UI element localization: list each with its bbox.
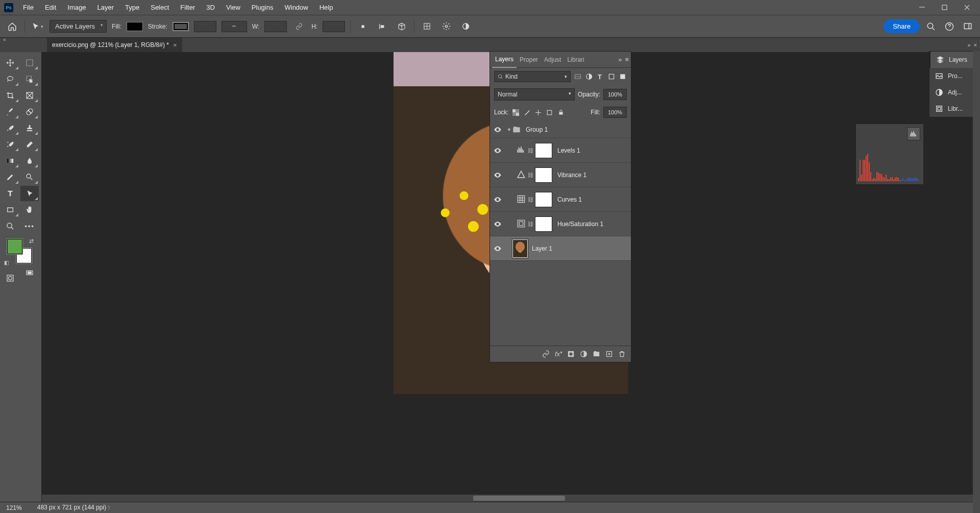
quick-select-tool[interactable]	[20, 71, 39, 87]
mask-mode-icon[interactable]	[458, 19, 473, 34]
blend-mode-dropdown[interactable]: Normal▾	[494, 88, 575, 101]
foreground-color-swatch[interactable]	[7, 239, 22, 254]
layer-row[interactable]: Layer 1	[490, 236, 631, 261]
opacity-input[interactable]: 100%	[603, 89, 627, 100]
layer-fx-icon[interactable]: fx▾	[555, 350, 562, 358]
document-info[interactable]: 483 px x 721 px (144 ppi) 〉	[37, 504, 113, 511]
menu-plugins[interactable]: Plugins	[246, 1, 279, 14]
filter-shape-icon[interactable]	[607, 72, 616, 81]
close-tab-icon[interactable]: ×	[173, 41, 177, 49]
menu-edit[interactable]: Edit	[39, 1, 62, 14]
layer-row[interactable]: ▾Group 1	[490, 121, 631, 138]
lock-artboard-icon[interactable]	[546, 108, 554, 116]
share-button[interactable]: Share	[884, 19, 920, 33]
menu-image[interactable]: Image	[62, 1, 91, 14]
chevron-down-icon[interactable]: ▾	[505, 127, 512, 132]
visibility-toggle[interactable]	[490, 196, 505, 204]
eraser-tool[interactable]	[20, 137, 39, 152]
minimize-button[interactable]	[911, 0, 933, 15]
link-mask-icon[interactable]: ⛓	[527, 172, 534, 178]
dodge-tool[interactable]	[20, 169, 39, 185]
panel-expand-icon[interactable]: »	[618, 56, 622, 63]
scrollbar-horizontal[interactable]	[42, 495, 980, 502]
move-tool[interactable]	[1, 55, 19, 70]
lock-pixels-icon[interactable]	[523, 108, 531, 116]
layer-row[interactable]: ⛓Curves 1	[490, 187, 631, 212]
menu-view[interactable]: View	[220, 1, 246, 14]
panel-menu-icon[interactable]: ≡	[625, 56, 629, 63]
adjustment-layer-icon[interactable]	[580, 350, 587, 358]
filter-pixel-icon[interactable]	[574, 72, 582, 81]
marquee-tool[interactable]	[20, 55, 39, 70]
menu-window[interactable]: Window	[279, 1, 313, 14]
search-icon[interactable]	[924, 19, 938, 34]
dock-libraries[interactable]: Libr...	[929, 101, 979, 117]
height-input[interactable]	[323, 21, 345, 32]
link-mask-icon[interactable]: ⛓	[527, 197, 534, 203]
lock-all-icon[interactable]	[557, 108, 565, 116]
stamp-tool[interactable]	[20, 120, 39, 136]
menu-type[interactable]: Type	[119, 1, 145, 14]
zoom-tool[interactable]	[1, 218, 19, 234]
path-select-tool[interactable]	[20, 186, 39, 201]
layer-mask-thumb[interactable]	[535, 192, 552, 207]
histogram-view-icon[interactable]	[907, 127, 920, 140]
menu-3d[interactable]: 3D	[201, 1, 220, 14]
fill-input[interactable]: 100%	[603, 107, 627, 118]
menu-help[interactable]: Help	[314, 1, 339, 14]
home-button[interactable]	[5, 19, 19, 34]
stroke-style-dropdown[interactable]: ━	[222, 21, 247, 32]
visibility-toggle[interactable]	[490, 126, 505, 134]
filter-type-icon[interactable]: T	[596, 72, 604, 81]
workspace-icon[interactable]	[961, 19, 975, 34]
help-icon[interactable]	[942, 19, 957, 34]
lasso-tool[interactable]	[1, 71, 19, 87]
layer-mask-thumb[interactable]	[535, 143, 552, 158]
blur-tool[interactable]	[20, 153, 39, 168]
tab-libraries[interactable]: Librari	[564, 52, 587, 67]
crop-tool[interactable]	[1, 88, 19, 103]
layer-row[interactable]: ⛓Hue/Saturation 1	[490, 212, 631, 236]
dock-layers[interactable]: Layers	[929, 52, 979, 68]
tab-layers[interactable]: Layers	[492, 52, 517, 68]
visibility-toggle[interactable]	[490, 171, 505, 179]
link-layers-icon[interactable]	[542, 350, 550, 358]
layer-mask-icon[interactable]	[567, 350, 575, 358]
stroke-swatch[interactable]	[173, 22, 189, 31]
gradient-tool[interactable]	[1, 153, 19, 168]
pen-tool[interactable]	[1, 169, 19, 185]
fill-swatch[interactable]	[127, 22, 143, 31]
close-button[interactable]	[955, 0, 978, 15]
delete-layer-icon[interactable]	[618, 350, 626, 358]
visibility-toggle[interactable]	[490, 220, 505, 228]
visibility-toggle[interactable]	[490, 146, 505, 155]
align-dist-icon[interactable]	[375, 19, 389, 34]
close-panels-icon[interactable]: ×	[974, 42, 977, 48]
collapse-tools-icon[interactable]: «	[3, 37, 6, 42]
expand-panels-icon[interactable]: »	[967, 42, 970, 48]
healing-tool[interactable]	[20, 104, 39, 119]
quick-mask-icon[interactable]	[1, 271, 19, 286]
filter-adjust-icon[interactable]	[585, 72, 593, 81]
brush-tool[interactable]	[1, 120, 19, 136]
layer-mask-thumb[interactable]	[535, 167, 552, 183]
dock-properties[interactable]: Pro...	[929, 68, 979, 84]
visibility-toggle[interactable]	[490, 245, 505, 253]
right-scrollbar[interactable]	[973, 51, 980, 513]
menu-layer[interactable]: Layer	[92, 1, 120, 14]
width-input[interactable]	[264, 21, 287, 32]
frame-tool[interactable]	[20, 88, 39, 103]
layer-filter-kind[interactable]: Kind▾	[494, 71, 571, 82]
eyedropper-tool[interactable]	[1, 104, 19, 119]
menu-file[interactable]: File	[17, 1, 39, 14]
lock-transparent-icon[interactable]	[512, 108, 520, 116]
menu-select[interactable]: Select	[145, 1, 175, 14]
type-tool[interactable]	[1, 186, 19, 201]
zoom-level[interactable]: 121%	[6, 504, 22, 511]
layer-thumb[interactable]	[512, 239, 528, 258]
history-brush-tool[interactable]	[1, 137, 19, 152]
tab-properties[interactable]: Proper	[517, 52, 541, 67]
layer-row[interactable]: ⛓Vibrance 1	[490, 163, 631, 187]
swap-colors-icon[interactable]: ⇄	[29, 238, 34, 245]
screen-mode-icon[interactable]	[20, 265, 39, 281]
